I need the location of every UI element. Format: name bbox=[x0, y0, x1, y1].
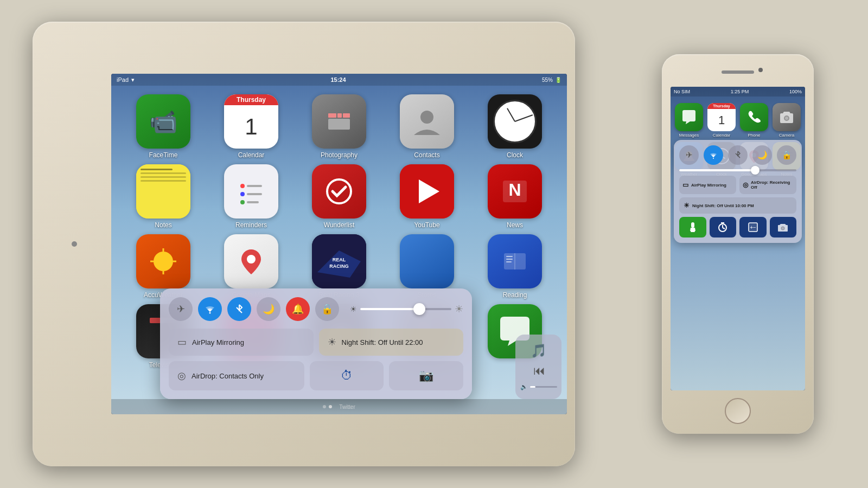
icc-brightness-thumb[interactable] bbox=[751, 166, 760, 175]
icc-lock-toggle[interactable]: 🔒 bbox=[777, 145, 796, 165]
clock-hour-hand bbox=[507, 108, 515, 121]
app-reading[interactable]: Reading bbox=[474, 234, 556, 299]
cc-lock-toggle[interactable]: 🔒 bbox=[315, 297, 339, 321]
notes-icon bbox=[136, 164, 190, 219]
facetime-icon: 📹 bbox=[136, 94, 190, 149]
notes-inner bbox=[136, 164, 190, 219]
calendar-month: Thursday bbox=[224, 94, 278, 105]
cc-camera-icon: 📷 bbox=[419, 369, 433, 383]
ipad-dock: Twitter bbox=[111, 399, 567, 414]
calendar-day: 1 bbox=[224, 105, 278, 149]
svg-rect-24 bbox=[506, 256, 513, 257]
icc-airdrop-icon: ◎ bbox=[743, 181, 748, 189]
svg-text:+−: +− bbox=[750, 224, 756, 230]
ipad-device: iPad ▾ 15:24 55% 🔋 📹 FaceTime Thursday 1 bbox=[33, 22, 575, 466]
clock-label: Clock bbox=[507, 151, 523, 159]
ipad-camera bbox=[72, 241, 77, 247]
app-calendar[interactable]: Thursday 1 Calendar bbox=[210, 94, 292, 159]
iphone-time: 1:25 PM bbox=[731, 89, 749, 94]
cc-bell-toggle[interactable]: 🔔 bbox=[286, 297, 310, 321]
svg-point-9 bbox=[240, 200, 245, 204]
ipad-statusbar-right: 55% 🔋 bbox=[542, 77, 561, 83]
news-label: News bbox=[507, 221, 523, 229]
cc-brightness-low-icon: ☀ bbox=[350, 305, 357, 313]
app-wunderlist[interactable]: Wunderlist bbox=[298, 164, 380, 229]
svg-rect-25 bbox=[506, 259, 513, 260]
app-reminders[interactable]: Reminders bbox=[210, 164, 292, 229]
svg-rect-0 bbox=[328, 113, 336, 118]
icc-nightshift-button[interactable]: ☀ Night Shift: Off Until 10:00 PM bbox=[679, 197, 796, 214]
photography-label: Photography bbox=[321, 151, 358, 159]
cc-camera-button[interactable]: 📷 bbox=[389, 361, 463, 390]
app-contacts[interactable]: Contacts bbox=[386, 94, 468, 159]
app-facetime[interactable]: 📹 FaceTime bbox=[122, 94, 205, 159]
svg-rect-8 bbox=[247, 193, 262, 195]
cc-brightness-thumb[interactable] bbox=[413, 303, 425, 315]
cc-brightness-track[interactable] bbox=[360, 308, 451, 310]
ipad-control-center: ✈ 🌙 🔔 🔒 bbox=[160, 288, 472, 399]
iphone-carrier: No SIM bbox=[674, 89, 690, 94]
cc-airplay-button[interactable]: ▭ AirPlay Mirroring bbox=[169, 329, 314, 356]
youtube-label: YouTube bbox=[414, 221, 439, 229]
icc-bluetooth-toggle[interactable] bbox=[728, 145, 748, 165]
icc-timer-button[interactable] bbox=[710, 217, 737, 237]
cc-moon-toggle[interactable]: 🌙 bbox=[257, 297, 280, 321]
notes-line-1 bbox=[141, 169, 173, 170]
icc-camera-snap-button[interactable] bbox=[770, 217, 797, 237]
cc-clock-button[interactable]: ⏱ bbox=[310, 361, 384, 390]
app-photography[interactable]: Photography bbox=[298, 94, 380, 159]
iphone-messages-label: Messages bbox=[679, 133, 699, 138]
clock-min-hand bbox=[515, 114, 533, 122]
app-youtube[interactable]: YouTube bbox=[386, 164, 468, 229]
svg-point-54 bbox=[713, 158, 714, 159]
ipad-statusbar: iPad ▾ 15:24 55% 🔋 bbox=[111, 74, 567, 86]
app-clock[interactable]: Clock bbox=[474, 94, 556, 159]
iphone-app-camera-app[interactable]: Camera bbox=[773, 103, 801, 138]
yt-inner bbox=[400, 164, 454, 219]
icc-toggles-row: ✈ 🌙 🔒 bbox=[679, 145, 796, 165]
icc-nightshift-icon: ☀ bbox=[684, 202, 690, 209]
iphone-app-phone[interactable]: Phone bbox=[740, 103, 768, 138]
iphone-home-button[interactable] bbox=[725, 398, 751, 424]
icc-brightness-slider[interactable] bbox=[679, 169, 796, 171]
cc-airdrop-icon: ◎ bbox=[177, 370, 186, 382]
icc-calc-button[interactable]: +− bbox=[739, 217, 767, 237]
svg-text:REAL: REAL bbox=[333, 257, 346, 262]
cc-main-buttons: ▭ AirPlay Mirroring ☀ Night Shift: Off U… bbox=[169, 329, 463, 356]
icc-torch-button[interactable] bbox=[679, 217, 706, 237]
icc-airplane-toggle[interactable]: ✈ bbox=[679, 145, 699, 165]
svg-point-5 bbox=[240, 184, 245, 188]
iphone-cal-day: 1 bbox=[707, 109, 736, 131]
ipad-label: iPad bbox=[117, 76, 129, 83]
ipad-vol-fill bbox=[530, 386, 535, 388]
ipad-vol-track[interactable] bbox=[530, 386, 557, 388]
iphone-app-messages[interactable]: Messages bbox=[675, 103, 703, 138]
icc-moon-toggle[interactable]: 🌙 bbox=[752, 145, 772, 165]
app-notes[interactable]: Notes bbox=[122, 164, 205, 229]
icc-wifi-toggle[interactable] bbox=[704, 145, 723, 165]
icc-small-buttons-row: +− bbox=[679, 217, 796, 237]
icc-airplay-button[interactable]: ▭ AirPlay Mirroring bbox=[679, 176, 736, 194]
svg-point-4 bbox=[420, 111, 433, 124]
iphone-battery: 100% bbox=[789, 89, 802, 94]
icc-airdrop-label: AirDrop: Receiving Off bbox=[751, 180, 793, 190]
iphone-app-calendar[interactable]: Thursday 1 Calendar bbox=[707, 103, 736, 138]
app-news[interactable]: N News bbox=[474, 164, 556, 229]
ipad-skip-icon[interactable]: ⏭ bbox=[533, 364, 545, 378]
cc-wifi-toggle[interactable] bbox=[198, 297, 222, 321]
cc-nightshift-label: Night Shift: Off Until 22:00 bbox=[342, 338, 423, 346]
iphone-calendar-label: Calendar bbox=[713, 133, 730, 138]
cc-airdrop-button[interactable]: ◎ AirDrop: Contacts Only bbox=[169, 361, 304, 390]
svg-rect-56 bbox=[691, 231, 695, 232]
cc-nightshift-button[interactable]: ☀ Night Shift: Off Until 22:00 bbox=[319, 329, 464, 356]
ipad-battery-label: 55% bbox=[542, 77, 553, 83]
icc-airdrop-button[interactable]: ◎ AirDrop: Receiving Off bbox=[739, 176, 796, 194]
cc-airplane-toggle[interactable]: ✈ bbox=[169, 297, 193, 321]
ipad-screen: iPad ▾ 15:24 55% 🔋 📹 FaceTime Thursday 1 bbox=[111, 74, 567, 414]
svg-point-7 bbox=[240, 192, 245, 196]
iphone-messages-icon bbox=[675, 103, 703, 131]
cc-bluetooth-toggle[interactable] bbox=[227, 297, 251, 321]
iphone-calendar-icon: Thursday 1 bbox=[707, 103, 736, 131]
svg-rect-28 bbox=[150, 318, 161, 323]
ipad-music-icon: 🎵 bbox=[531, 343, 547, 358]
